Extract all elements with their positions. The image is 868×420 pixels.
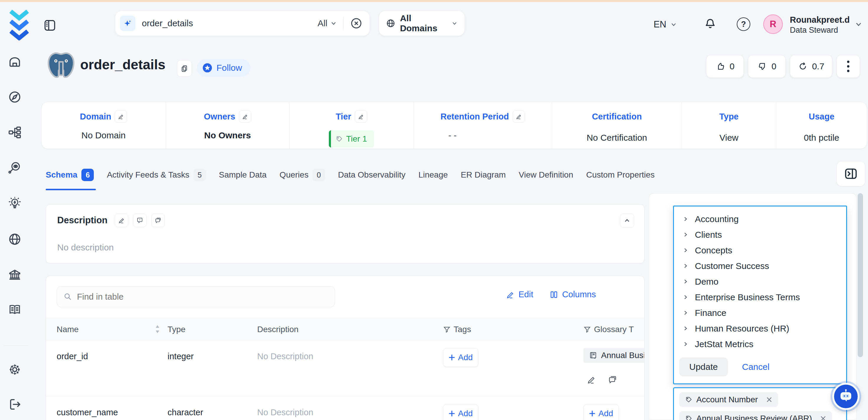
tab-view-definition-label: View Definition [519,170,574,180]
tab-sample-data[interactable]: Sample Data [219,170,267,180]
column-header-glossary[interactable]: Glossary T [583,325,634,334]
glossary-node-finance[interactable]: Finance [674,305,846,321]
sidebar-item-products[interactable] [8,125,22,140]
table-toolbar-actions: Edit Columns [506,290,596,299]
cancel-button[interactable]: Cancel [742,362,770,372]
copy-name-button[interactable] [177,60,192,77]
panel-collapse-icon[interactable] [843,167,858,181]
column-header-tags[interactable]: Tags [443,325,471,334]
sidebar-item-home[interactable] [8,55,22,69]
search-scope-label: All [318,18,328,28]
sidebar-item-insights[interactable] [8,196,22,210]
comment-cell-icon[interactable] [608,375,617,384]
glossary-node-concepts[interactable]: Concepts [674,242,846,258]
atlan-logo[interactable] [8,10,31,40]
metadata-owners-label[interactable]: Owners [204,112,235,121]
sidebar-item-observability[interactable] [8,161,22,175]
upvote-button[interactable]: 0 [706,55,744,78]
tag-icon [336,136,343,143]
metadata-usage-label[interactable]: Usage [809,112,834,121]
edit-owners-button[interactable] [239,110,251,123]
edit-tier-button[interactable] [355,110,367,123]
notifications-bell-icon[interactable] [703,17,717,31]
edit-domain-button[interactable] [115,110,127,123]
sort-icon[interactable] [155,325,160,334]
find-in-table[interactable] [57,286,335,307]
column-header-name[interactable]: Name [57,325,79,334]
tab-queries[interactable]: Queries 0 [280,169,325,181]
tab-er-diagram[interactable]: ER Diagram [461,170,505,180]
selected-term-chip[interactable]: Account Number [679,392,778,407]
avatar[interactable]: R [763,14,783,34]
close-icon[interactable] [820,416,826,420]
metadata-tier-label[interactable]: Tier [336,112,351,121]
global-search-bar[interactable]: order_details All [115,11,370,36]
comment-description-button[interactable] [133,214,147,227]
column-header-description[interactable]: Description [257,325,299,334]
user-menu-chevron-icon[interactable] [855,20,862,28]
sidebar-item-web[interactable] [8,232,22,246]
downvote-button[interactable]: 0 [748,55,786,78]
sidebar-item-glossary[interactable] [8,303,22,317]
find-in-table-input[interactable] [77,292,313,302]
glossary-node-human-resources[interactable]: Human Resources (HR) [674,321,846,336]
suggestions-button[interactable] [151,214,165,227]
sidebar-item-governance[interactable] [8,268,22,282]
chatbot-button[interactable] [832,383,860,410]
filter-icon[interactable] [583,326,591,333]
close-icon[interactable] [766,397,772,402]
add-tag-button[interactable]: Add [443,404,478,420]
tab-custom-properties[interactable]: Custom Properties [586,170,655,180]
downvote-count: 0 [772,61,777,71]
update-button[interactable]: Update [679,357,728,376]
selected-term-chip[interactable]: Annual Business Review (ABR) [679,411,832,420]
search-clear-icon[interactable] [350,17,363,30]
filter-icon[interactable] [443,326,451,333]
tab-activity-feeds[interactable]: Activity Feeds & Tasks 5 [107,169,206,181]
sidebar-item-discover[interactable] [8,90,22,104]
glossary-node-demo[interactable]: Demo [674,274,846,289]
add-tag-button[interactable]: Add [443,348,478,367]
scrollbar-thumb[interactable] [858,193,863,357]
collapse-description-button[interactable] [620,214,634,228]
language-select[interactable]: EN [654,16,677,33]
glossary-term-chip[interactable]: Annual Busine [583,348,645,363]
glossary-node-enterprise-business-terms[interactable]: Enterprise Business Terms [674,289,846,305]
add-glossary-term-button[interactable]: Add [583,404,619,420]
cell-name: customer_name [57,408,118,417]
tab-lineage[interactable]: Lineage [418,170,448,180]
glossary-node-customer-success[interactable]: Customer Success [674,258,846,274]
edit-description-button[interactable] [115,214,128,227]
follow-button[interactable]: Follow [197,59,250,77]
glossary-node-jetstat-metrics[interactable]: JetStat Metrics [674,336,846,352]
columns-button[interactable]: Columns [550,290,596,299]
book-icon [589,352,597,359]
popularity-score-button[interactable]: 0.7 [790,55,832,78]
tab-data-observability[interactable]: Data Observability [338,170,406,180]
tier-chip[interactable]: Tier 1 [329,130,374,148]
edit-retention-button[interactable] [513,110,525,123]
column-header-type[interactable]: Type [167,325,186,334]
search-scope-select[interactable]: All [318,18,337,28]
glossary-node-accounting[interactable]: Accounting [674,211,846,227]
sidebar-toggle-icon[interactable] [43,19,57,32]
metadata-retention-label[interactable]: Retention Period [440,112,509,121]
search-query-text[interactable]: order_details [142,18,311,28]
help-icon[interactable]: ? [737,18,750,31]
edit-table-button[interactable]: Edit [506,290,533,299]
metadata-domain-label[interactable]: Domain [80,112,111,121]
domains-dropdown[interactable]: All Domains [379,11,465,36]
more-actions-button[interactable] [836,55,860,78]
tab-view-definition[interactable]: View Definition [519,170,574,180]
tab-schema[interactable]: Schema 6 [46,169,94,181]
table-row[interactable]: order_id integer No Description Add Annu… [46,340,645,396]
table-row[interactable]: customer_name character varying(100) No … [46,396,645,420]
edit-cell-icon[interactable] [587,375,596,384]
sidebar-item-logout[interactable] [8,397,22,412]
metadata-certification-label[interactable]: Certification [592,112,642,121]
user-info[interactable]: Rounakpreet.d Data Steward [790,14,849,35]
glossary-node-clients[interactable]: Clients [674,227,846,242]
metadata-type-label[interactable]: Type [719,112,739,121]
chevron-right-icon [683,326,688,331]
sidebar-item-settings[interactable] [8,362,22,377]
